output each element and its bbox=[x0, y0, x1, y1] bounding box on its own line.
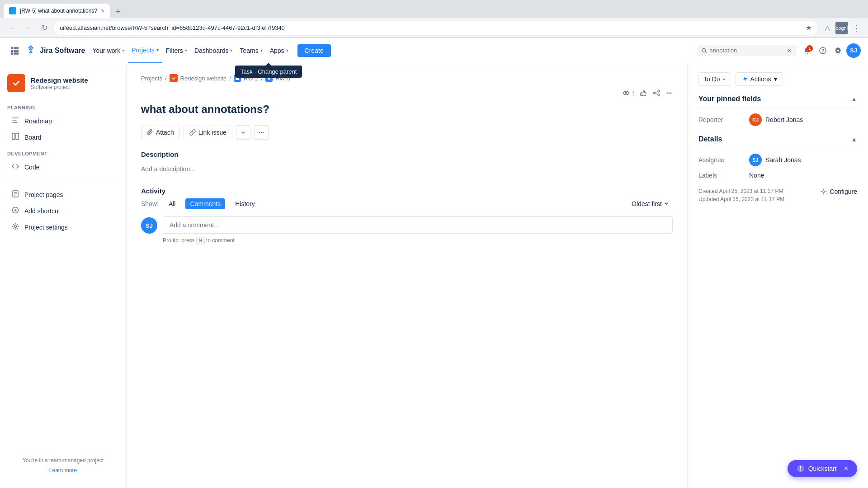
forward-button[interactable]: → bbox=[22, 22, 34, 34]
like-button[interactable] bbox=[640, 89, 647, 97]
create-button[interactable]: Create bbox=[297, 44, 331, 57]
nav-dashboards[interactable]: Dashboards ▾ bbox=[191, 38, 236, 63]
pinned-fields-header: Your pinned fields ▲ bbox=[698, 95, 857, 108]
svg-rect-2 bbox=[16, 47, 19, 49]
settings-icon bbox=[835, 47, 842, 54]
sort-button[interactable]: Oldest first bbox=[628, 198, 673, 209]
svg-rect-1 bbox=[14, 47, 16, 49]
status-chevron-icon: ▾ bbox=[723, 77, 725, 82]
more-dots-icon bbox=[258, 129, 264, 136]
svg-point-31 bbox=[658, 94, 660, 96]
help-icon: ? bbox=[819, 47, 826, 54]
description-placeholder[interactable]: Add a description... bbox=[141, 162, 673, 176]
learn-more-link[interactable]: Learn more bbox=[7, 467, 119, 474]
jira-logo[interactable]: Jira Software bbox=[25, 45, 85, 56]
share-button[interactable] bbox=[653, 89, 660, 97]
details-collapse-button[interactable]: ▲ bbox=[851, 136, 857, 143]
code-icon bbox=[11, 163, 20, 172]
actions-dropdown[interactable]: Actions ▾ bbox=[736, 72, 783, 86]
reporter-name[interactable]: Robert Jonas bbox=[765, 116, 803, 123]
sidebar-item-add-shortcut[interactable]: Add shortcut bbox=[4, 203, 123, 219]
settings-button[interactable] bbox=[831, 43, 845, 58]
attach-icon bbox=[147, 129, 153, 136]
sidebar-item-code[interactable]: Code bbox=[4, 159, 123, 175]
search-input[interactable] bbox=[710, 47, 784, 54]
svg-rect-15 bbox=[12, 133, 15, 140]
sidebar-item-project-settings[interactable]: Project settings bbox=[4, 219, 123, 235]
nav-teams[interactable]: Teams ▾ bbox=[236, 38, 266, 63]
bookmark-icon[interactable]: ★ bbox=[806, 23, 812, 32]
watch-button[interactable]: 1 bbox=[623, 89, 635, 97]
add-shortcut-label: Add shortcut bbox=[24, 207, 60, 215]
filter-comments-button[interactable]: Comments bbox=[185, 198, 225, 209]
nav-filters[interactable]: Filters ▾ bbox=[162, 38, 191, 63]
svg-line-10 bbox=[705, 52, 707, 53]
reporter-label: Reporter bbox=[698, 116, 744, 123]
dates-configure-row: Created April 25, 2023 at 11:17 PM Updat… bbox=[698, 188, 857, 204]
attach-button[interactable]: Attach bbox=[141, 126, 180, 139]
search-bar[interactable]: ✕ bbox=[697, 45, 797, 56]
chevron-down-icon: ▾ bbox=[185, 48, 187, 53]
chevron-down-button[interactable] bbox=[236, 125, 250, 140]
user-avatar-button[interactable]: SJ bbox=[846, 43, 861, 58]
new-tab-button[interactable]: + bbox=[112, 5, 124, 18]
created-label: Created bbox=[698, 188, 718, 194]
sidebar-item-project-pages[interactable]: Project pages bbox=[4, 187, 123, 203]
details-header: Details ▲ bbox=[698, 135, 857, 148]
help-button[interactable]: ? bbox=[816, 43, 830, 58]
sidebar-item-roadmap[interactable]: Roadmap bbox=[4, 113, 123, 129]
quickstart-close-button[interactable]: × bbox=[844, 465, 848, 473]
breadcrumb-projects[interactable]: Projects bbox=[141, 75, 162, 82]
top-navbar: Jira Software Your work ▾ Projects ▾ Fil… bbox=[0, 38, 868, 63]
labels-value[interactable]: None bbox=[749, 172, 764, 179]
comment-input[interactable]: Add a comment... bbox=[163, 216, 673, 234]
more-options-button[interactable]: ⋮ bbox=[850, 22, 863, 34]
apps-grid-icon[interactable] bbox=[7, 43, 22, 58]
filter-all-button[interactable]: All bbox=[164, 198, 180, 209]
project-pages-icon bbox=[11, 190, 20, 199]
search-clear-icon[interactable]: ✕ bbox=[787, 47, 792, 54]
svg-point-13 bbox=[837, 50, 839, 52]
pro-tip-text: Pro tip: press M to comment bbox=[163, 237, 673, 244]
tab-favicon bbox=[9, 7, 16, 14]
app-container: Jira Software Your work ▾ Projects ▾ Fil… bbox=[0, 38, 868, 488]
board-icon bbox=[11, 133, 20, 142]
active-browser-tab[interactable]: [RW-5] what about annotations? × bbox=[4, 4, 110, 18]
link-issue-button[interactable]: Link issue bbox=[184, 126, 232, 139]
nav-your-work[interactable]: Your work ▾ bbox=[89, 38, 128, 63]
configure-label: Configure bbox=[830, 188, 857, 195]
notifications-button[interactable]: 1 bbox=[800, 43, 815, 58]
svg-text:?: ? bbox=[821, 48, 824, 53]
nav-projects[interactable]: Projects ▾ bbox=[128, 38, 162, 63]
back-button[interactable]: ← bbox=[5, 22, 18, 34]
address-bar[interactable]: uifeed.atlassian.net/browse/RW-5?search_… bbox=[54, 21, 817, 35]
nav-apps[interactable]: Apps ▾ bbox=[266, 38, 292, 63]
lightning-icon bbox=[741, 76, 748, 82]
jira-logo-text: Jira Software bbox=[40, 47, 85, 55]
configure-icon bbox=[821, 188, 827, 195]
tab-close-button[interactable]: × bbox=[101, 7, 104, 14]
status-dropdown[interactable]: To Do ▾ bbox=[698, 72, 730, 86]
svg-rect-14 bbox=[11, 78, 21, 88]
profile-button[interactable]: Incognito bbox=[835, 22, 848, 34]
reload-button[interactable]: ↻ bbox=[38, 22, 51, 34]
breadcrumb-project-name[interactable]: Redesign website bbox=[180, 75, 227, 82]
assignee-name[interactable]: Sarah Jonas bbox=[765, 156, 801, 164]
configure-link[interactable]: Configure bbox=[821, 188, 857, 195]
svg-line-34 bbox=[655, 94, 658, 94]
chevron-down-icon: ▾ bbox=[260, 48, 263, 53]
filter-history-button[interactable]: History bbox=[231, 198, 259, 209]
more-options-button[interactable] bbox=[665, 89, 673, 97]
sidebar-item-board[interactable]: Board bbox=[4, 129, 123, 145]
more-actions-button[interactable] bbox=[254, 125, 269, 140]
quickstart-button[interactable]: Quickstart × bbox=[788, 460, 857, 477]
browser-chrome: [RW-5] what about annotations? × + ← → ↻… bbox=[0, 0, 868, 38]
svg-point-40 bbox=[263, 132, 264, 133]
pinned-fields-collapse-button[interactable]: ▲ bbox=[851, 95, 857, 103]
roadmap-icon bbox=[11, 117, 20, 126]
sort-icon bbox=[664, 201, 669, 206]
svg-point-32 bbox=[653, 92, 655, 94]
url-path: /browse/RW-5?search_id=658b123d-497c-446… bbox=[110, 24, 285, 31]
svg-point-9 bbox=[702, 48, 705, 52]
breadcrumb-project-icon bbox=[170, 74, 178, 82]
